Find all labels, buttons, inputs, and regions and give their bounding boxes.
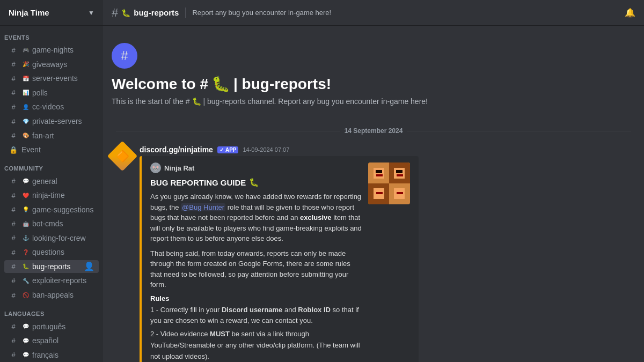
welcome-desc-suffix: | bug-reports channel. Report any bug yo… [203, 97, 428, 106]
ban-appeals-emoji: 🚫 [21, 291, 30, 299]
sidebar-item-label: bug-reports [32, 262, 84, 271]
sidebar-item-label: bot-cmds [32, 219, 94, 228]
app-label: APP [225, 147, 237, 153]
sidebar: Ninja Time ▼ EVENTS # 🎮 game-nights # 🎉 … [0, 0, 103, 362]
hash-icon: # [9, 322, 18, 331]
sidebar-item-label: giveaways [32, 60, 94, 69]
embed-title: BUG REPORTING GUIDE 🐛 [150, 178, 362, 187]
embed-title-emoji: 🐛 [249, 178, 259, 187]
sidebar-item-label: game-nights [32, 46, 94, 54]
welcome-suffix: | bug-reports! [233, 76, 331, 93]
welcome-description: This is the start of the # 🐛 | bug-repor… [112, 97, 635, 106]
sidebar-item-questions[interactable]: # ❓ questions [4, 246, 99, 259]
header-icons: 🔔 [625, 8, 635, 18]
svg-rect-11 [376, 174, 383, 176]
looking-for-crew-emoji: ⚓ [21, 234, 30, 242]
sidebar-item-label: ninja-time [32, 191, 94, 200]
cc-videos-emoji: 👤 [21, 102, 30, 111]
sidebar-item-label: ban-appeals [32, 291, 94, 299]
español-emoji: 💬 [21, 336, 30, 345]
sidebar-item-label: fan-art [32, 131, 94, 140]
polls-emoji: 📊 [21, 88, 30, 97]
sidebar-item-ninja-time[interactable]: # ❤️ ninja-time [4, 189, 99, 202]
channel-name: bug-reports [134, 8, 179, 17]
svg-rect-14 [397, 192, 403, 194]
sidebar-item-server-events[interactable]: # 📅 server-events [4, 72, 99, 85]
messages-area: # Welcome to # 🐛 | bug-reports! This is … [103, 26, 644, 362]
bot-username: discord.gg/ninjatime [140, 145, 213, 154]
sidebar-item-game-suggestions[interactable]: # 💡 game-suggestions [4, 203, 99, 216]
sidebar-item-label: looking-for-crew [32, 234, 94, 242]
svg-rect-13 [376, 192, 383, 194]
svg-rect-9 [396, 170, 399, 173]
hash-icon: # [9, 60, 18, 69]
sidebar-item-cc-videos[interactable]: # 👤 cc-videos [4, 100, 99, 114]
questions-emoji: ❓ [21, 248, 30, 256]
sidebar-item-português[interactable]: # 💬 português [4, 320, 99, 333]
server-events-emoji: 📅 [21, 74, 30, 83]
welcome-section: # Welcome to # 🐛 | bug-reports! This is … [112, 34, 635, 119]
hash-icon: # [9, 247, 18, 257]
hash-icon: # [9, 176, 18, 186]
sidebar-item-label: español [32, 336, 94, 345]
game-suggestions-emoji: 💡 [21, 205, 30, 214]
rules-title: Rules [150, 294, 362, 302]
welcome-desc-emoji: 🐛 [192, 97, 201, 106]
sidebar-item-private-servers[interactable]: # 💎 private-servers [4, 115, 99, 128]
sidebar-item-fan-art[interactable]: # 🎨 fan-art [4, 129, 99, 142]
server-header[interactable]: Ninja Time ▼ [0, 0, 103, 26]
sidebar-item-label: português [32, 322, 94, 331]
embed-image [368, 162, 410, 362]
chevron-down-icon: ▼ [88, 9, 94, 17]
server-name: Ninja Time [9, 8, 49, 17]
hash-icon: # [9, 336, 18, 345]
hash-icon: # [9, 190, 18, 200]
welcome-prefix: Welcome to # [112, 76, 208, 93]
notification-icon[interactable]: 🔔 [625, 8, 635, 18]
sidebar-item-español[interactable]: # 💬 español [4, 334, 99, 348]
channel-description: Report any bug you encounter in-game her… [192, 9, 331, 17]
bug-reports-emoji: 🐛 [21, 262, 30, 271]
hash-icon: # [9, 219, 18, 228]
sidebar-item-bug-reports[interactable]: # 🐛 bug-reports 👤 [4, 260, 99, 274]
hash-icon: # [9, 276, 18, 285]
rule-2: 2 - Video evidence MUST be sent via a li… [150, 329, 362, 362]
sidebar-item-event[interactable]: 🔒 Event [4, 143, 99, 157]
sidebar-item-game-nights[interactable]: # 🎮 game-nights [4, 43, 99, 57]
game-nights-emoji: 🎮 [21, 46, 30, 54]
channel-header: # 🐛 bug-reports Report any bug you encou… [103, 0, 644, 26]
main-content: # 🐛 bug-reports Report any bug you encou… [103, 0, 644, 362]
sidebar-item-looking-for-crew[interactable]: # ⚓ looking-for-crew [4, 232, 99, 245]
embed-title-text: BUG REPORTING GUIDE [150, 178, 246, 187]
sidebar-item-label: français [32, 351, 94, 359]
embed-author-row: 🐭 Ninja Rat [150, 162, 362, 173]
sidebar-item-label: server-events [32, 74, 94, 83]
bot-message-content: discord.gg/ninjatime ✓ APP 14-09-2024 07… [140, 145, 635, 362]
ninja-time-emoji: ❤️ [21, 191, 30, 200]
welcome-bug-emoji: 🐛 [211, 75, 230, 93]
embed-transition-text: That being said, from today onwards, rep… [150, 249, 350, 289]
welcome-title: Welcome to # 🐛 | bug-reports! [112, 75, 635, 93]
sidebar-item-exploiter-reports[interactable]: # 🔧 exploiter-reports [4, 274, 99, 287]
sidebar-item-label: general [32, 177, 94, 186]
sidebar-item-label: exploiter-reports [32, 276, 94, 285]
hash-icon: # [9, 102, 18, 112]
bot-cmds-emoji: 🤖 [21, 219, 30, 228]
sidebar-item-giveaways[interactable]: # 🎉 giveaways [4, 58, 99, 71]
community-section-label: COMMUNITY [0, 157, 103, 174]
hash-icon: # [9, 262, 18, 271]
sidebar-item-label: questions [32, 248, 94, 256]
sidebar-item-ban-appeals[interactable]: # 🚫 ban-appeals [4, 289, 99, 302]
languages-section-label: LANGUAGES [0, 302, 103, 319]
bot-avatar: 🔶 [107, 141, 138, 172]
sidebar-item-français[interactable]: # 💬 français [4, 348, 99, 361]
header-divider [185, 8, 186, 18]
bug-hunter-mention: @Bug Hunter [181, 203, 225, 211]
embed-image-svg [368, 162, 410, 204]
sidebar-item-label: private-servers [32, 117, 94, 125]
hash-icon: # [9, 88, 18, 98]
sidebar-item-label: game-suggestions [32, 205, 94, 214]
sidebar-item-general[interactable]: # 💬 general [4, 174, 99, 188]
sidebar-item-bot-cmds[interactable]: # 🤖 bot-cmds [4, 217, 99, 231]
sidebar-item-polls[interactable]: # 📊 polls [4, 86, 99, 100]
